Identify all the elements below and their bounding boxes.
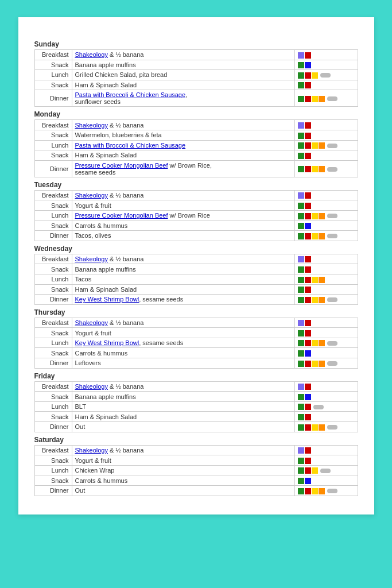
meal-type-cell: Dinner bbox=[34, 160, 72, 177]
meal-type-cell: Snack bbox=[34, 348, 72, 358]
meal-type-cell: Dinner bbox=[34, 358, 72, 369]
meal-type-cell: Lunch bbox=[34, 465, 72, 475]
meal-type-cell: Dinner bbox=[34, 90, 72, 107]
meal-desc-cell: Shakeology & ½ banana bbox=[72, 381, 294, 392]
table-row: SnackBanana apple muffins bbox=[34, 392, 358, 402]
day-label: Thursday bbox=[34, 307, 358, 318]
food-icons-cell bbox=[294, 486, 358, 496]
meal-desc-cell: Shakeology & ½ banana bbox=[72, 50, 294, 60]
meal-type-cell: Dinner bbox=[34, 295, 72, 305]
meal-type-cell: Breakfast bbox=[34, 381, 72, 392]
food-icons-cell bbox=[294, 50, 358, 60]
day-section-friday: FridayBreakfastShakeology & ½ bananaSnac… bbox=[34, 371, 358, 432]
table-row: LunchGrilled Chicken Salad, pita bread bbox=[34, 70, 358, 80]
meal-type-cell: Snack bbox=[34, 412, 72, 422]
meal-desc-cell: Shakeology & ½ banana bbox=[72, 318, 294, 328]
table-row: BreakfastShakeology & ½ banana bbox=[34, 254, 358, 264]
meal-desc-cell: Pressure Cooker Mongolian Beef w/ Brown … bbox=[72, 160, 294, 177]
food-icons-cell bbox=[294, 328, 358, 338]
meal-desc-cell: Key West Shrimp Bowl, sesame seeds bbox=[72, 295, 294, 305]
meal-type-cell: Lunch bbox=[34, 401, 72, 412]
meal-desc-cell: Pressure Cooker Mongolian Beef w/ Brown … bbox=[72, 210, 294, 220]
meal-table: BreakfastShakeology & ½ bananaSnackYogur… bbox=[34, 318, 358, 369]
meal-desc-cell: Ham & Spinach Salad bbox=[72, 80, 294, 90]
food-icons-cell bbox=[294, 200, 358, 211]
day-label: Tuesday bbox=[34, 180, 358, 190]
meal-desc-cell: Grilled Chicken Salad, pita bread bbox=[72, 70, 294, 80]
table-row: DinnerPasta with Broccoli & Chicken Saus… bbox=[34, 90, 358, 107]
meal-desc-cell: Tacos, olives bbox=[72, 231, 294, 241]
meal-desc-cell: Leftovers bbox=[72, 358, 294, 369]
meal-type-cell: Snack bbox=[34, 60, 72, 70]
meal-type-cell: Snack bbox=[34, 392, 72, 402]
food-icons-cell bbox=[294, 231, 358, 241]
table-row: SnackHam & Spinach Salad bbox=[34, 284, 358, 295]
table-row: BreakfastShakeology & ½ banana bbox=[34, 445, 358, 455]
food-icons-cell bbox=[294, 338, 358, 348]
meal-desc-cell: Key West Shrimp Bowl, sesame seeds bbox=[72, 338, 294, 348]
meal-type-cell: Snack bbox=[34, 220, 72, 231]
food-icons-cell bbox=[294, 284, 358, 295]
day-label: Saturday bbox=[34, 435, 358, 445]
meal-type-cell: Snack bbox=[34, 284, 72, 295]
meal-type-cell: Dinner bbox=[34, 422, 72, 432]
table-row: LunchChicken Wrap bbox=[34, 465, 358, 475]
meal-type-cell: Lunch bbox=[34, 70, 72, 80]
meal-table: BreakfastShakeology & ½ bananaSnackYogur… bbox=[34, 190, 358, 241]
day-section-monday: MondayBreakfastShakeology & ½ bananaSnac… bbox=[34, 109, 358, 177]
meal-type-cell: Snack bbox=[34, 200, 72, 211]
food-icons-cell bbox=[294, 381, 358, 392]
meal-table: BreakfastShakeology & ½ bananaSnackWater… bbox=[34, 119, 358, 177]
meal-type-cell: Breakfast bbox=[34, 120, 72, 130]
meal-type-cell: Breakfast bbox=[34, 254, 72, 264]
meal-desc-cell: Yogurt & fruit bbox=[72, 455, 294, 466]
meal-desc-cell: Chicken Wrap bbox=[72, 465, 294, 475]
meal-desc-cell: BLT bbox=[72, 401, 294, 412]
meal-desc-cell: Banana apple muffins bbox=[72, 392, 294, 402]
table-row: SnackYogurt & fruit bbox=[34, 455, 358, 466]
meal-type-cell: Snack bbox=[34, 475, 72, 486]
day-label: Wednesday bbox=[34, 243, 358, 254]
food-icons-cell bbox=[294, 412, 358, 422]
table-row: DinnerPressure Cooker Mongolian Beef w/ … bbox=[34, 160, 358, 177]
food-icons-cell bbox=[294, 465, 358, 475]
food-icons-cell bbox=[294, 80, 358, 90]
meal-desc-cell: Banana apple muffins bbox=[72, 60, 294, 70]
food-icons-cell bbox=[294, 220, 358, 231]
food-icons-cell bbox=[294, 455, 358, 466]
meal-desc-cell: Ham & Spinach Salad bbox=[72, 150, 294, 161]
meal-desc-cell: Pasta with Broccoli & Chicken Sausage bbox=[72, 140, 294, 150]
meal-table: BreakfastShakeology & ½ bananaSnackBanan… bbox=[34, 49, 358, 107]
meal-type-cell: Lunch bbox=[34, 338, 72, 348]
meal-desc-cell: Shakeology & ½ banana bbox=[72, 445, 294, 455]
food-icons-cell bbox=[294, 401, 358, 412]
food-icons-cell bbox=[294, 318, 358, 328]
meal-table: BreakfastShakeology & ½ bananaSnackYogur… bbox=[34, 445, 358, 496]
meal-type-cell: Snack bbox=[34, 80, 72, 90]
meal-desc-cell: Tacos bbox=[72, 274, 294, 284]
table-row: SnackCarrots & hummus bbox=[34, 475, 358, 486]
meal-desc-cell: Ham & Spinach Salad bbox=[72, 284, 294, 295]
table-row: LunchBLT bbox=[34, 401, 358, 412]
meal-type-cell: Lunch bbox=[34, 210, 72, 220]
meal-type-cell: Snack bbox=[34, 150, 72, 161]
meal-type-cell: Snack bbox=[34, 264, 72, 274]
food-icons-cell bbox=[294, 295, 358, 305]
table-row: SnackBanana apple muffins bbox=[34, 60, 358, 70]
day-section-saturday: SaturdayBreakfastShakeology & ½ bananaSn… bbox=[34, 435, 358, 496]
food-icons-cell bbox=[294, 130, 358, 140]
meal-type-cell: Lunch bbox=[34, 140, 72, 150]
meal-type-cell: Breakfast bbox=[34, 445, 72, 455]
meal-type-cell: Lunch bbox=[34, 274, 72, 284]
meal-desc-cell: Out bbox=[72, 486, 294, 496]
food-icons-cell bbox=[294, 60, 358, 70]
table-row: LunchKey West Shrimp Bowl, sesame seeds bbox=[34, 338, 358, 348]
meal-type-cell: Snack bbox=[34, 328, 72, 338]
table-row: BreakfastShakeology & ½ banana bbox=[34, 50, 358, 60]
table-row: DinnerLeftovers bbox=[34, 358, 358, 369]
table-row: DinnerKey West Shrimp Bowl, sesame seeds bbox=[34, 295, 358, 305]
meal-type-cell: Snack bbox=[34, 130, 72, 140]
meal-desc-cell: Yogurt & fruit bbox=[72, 328, 294, 338]
food-icons-cell bbox=[294, 392, 358, 402]
meal-type-cell: Breakfast bbox=[34, 50, 72, 60]
